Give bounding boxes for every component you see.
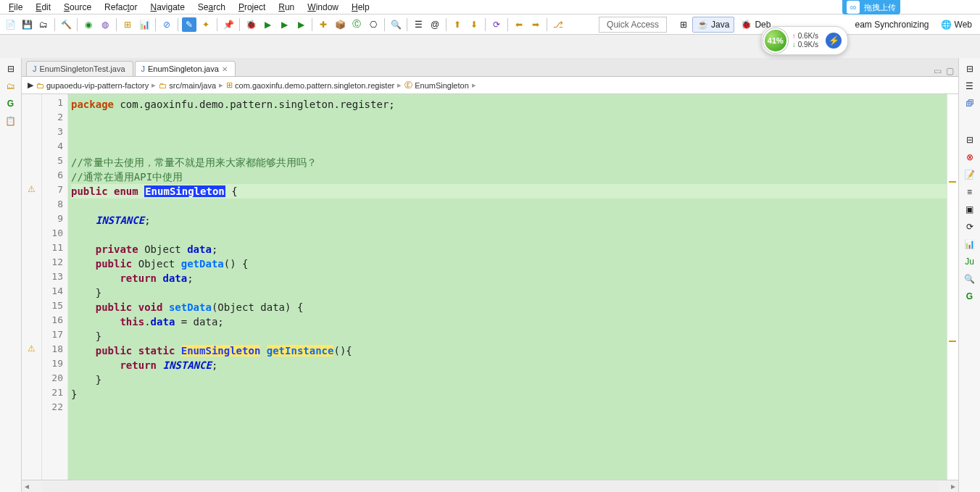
cpu-percent-label: 41% [768, 36, 784, 45]
line-number: 18 [42, 343, 63, 358]
problems-icon[interactable]: ⊗ [963, 151, 976, 164]
breadcrumb-src[interactable]: 🗀 src/main/java [159, 81, 216, 90]
menu-file[interactable]: File [3, 2, 28, 12]
new-server-icon[interactable]: ⎔ [366, 17, 381, 32]
editor-tab-1[interactable]: J EnumSingletonTest.java [26, 61, 133, 76]
coverage-view-icon[interactable]: 📊 [963, 238, 976, 251]
save-all-icon[interactable]: 🗂 [36, 17, 51, 32]
menu-navigate[interactable]: Navigate [144, 2, 190, 12]
line-number: 22 [42, 401, 63, 416]
menu-source[interactable]: Source [58, 2, 97, 12]
restore-right-icon[interactable]: ⊟ [963, 62, 976, 75]
open-type-icon[interactable]: ◉ [81, 17, 96, 32]
editor-area: J EnumSingletonTest.java J EnumSingleton… [22, 58, 958, 492]
menu-refactor[interactable]: Refactor [99, 2, 143, 12]
console-icon[interactable]: ▣ [963, 203, 976, 216]
close-tab-icon[interactable]: ✕ [222, 65, 228, 73]
project-icon: 🗀 [36, 81, 44, 90]
line-number: 19 [42, 358, 63, 372]
perspective-java[interactable]: ☕ Java [692, 17, 734, 33]
cloud-upload-widget[interactable]: ∞ 拖拽上传 [842, 0, 900, 14]
new-package-icon[interactable]: 📦 [333, 17, 347, 32]
pin-icon[interactable]: 📌 [221, 17, 236, 32]
net-speeds: ↑ 0.6K/s ↓ 0.9K/s [792, 32, 818, 49]
refresh-icon[interactable]: ⟳ [489, 17, 504, 32]
code-editor[interactable]: package com.gaoxinfu.demo.pattern.single… [68, 94, 947, 480]
task-list-icon[interactable]: ☰ [963, 80, 976, 93]
new-icon[interactable]: 📄 [3, 17, 17, 32]
toggle-mark-icon[interactable]: ☰ [411, 17, 425, 32]
menu-edit[interactable]: Edit [30, 2, 57, 12]
warning-marker-icon[interactable]: ⚠ [22, 343, 41, 358]
debug-icon[interactable]: 🐞 [244, 17, 258, 32]
prev-annotation-icon[interactable]: ⬆ [450, 17, 465, 32]
line-number: 12 [42, 257, 63, 271]
chevron-right-icon: ▸ [151, 80, 156, 90]
horizontal-scrollbar[interactable]: ◂ ▸ [22, 480, 958, 492]
skip-breakpoints-icon[interactable]: ⊘ [159, 17, 174, 32]
javadoc-icon[interactable]: 📝 [963, 168, 976, 181]
git-repo-icon[interactable]: G [963, 290, 976, 303]
search-view-icon[interactable]: 🔍 [963, 272, 976, 285]
package-explorer-icon[interactable]: 🗂 [4, 80, 17, 93]
wand2-icon[interactable]: ✦ [199, 17, 213, 32]
wand-icon[interactable]: ✎ [182, 17, 196, 32]
menu-window[interactable]: Window [302, 2, 344, 12]
maximize-view-icon[interactable]: ▢ [946, 66, 954, 76]
breadcrumb-class[interactable]: Ⓔ EnumSingleton [404, 80, 469, 91]
editor-tab-2[interactable]: J EnumSingleton.java ✕ [135, 61, 236, 76]
git-staging-icon[interactable]: G [4, 97, 17, 110]
globe-icon: 🌐 [941, 20, 952, 30]
warning-marker-icon[interactable]: ⚠ [22, 184, 41, 199]
perspective-team[interactable]: eam Synchronizing [850, 17, 934, 33]
annotation-icon[interactable]: @ [428, 17, 442, 32]
chevron-right-icon: ▸ [219, 80, 223, 90]
quick-access-input[interactable]: Quick Access [599, 17, 667, 33]
declaration-icon[interactable]: ≡ [963, 185, 976, 199]
java-cup-icon: ☕ [697, 20, 708, 30]
open-task-icon[interactable]: ◍ [98, 17, 112, 32]
marker-gutter: ⚠ ⚠ [22, 94, 42, 480]
breadcrumb-package-label: com.gaoxinfu.demo.pattern.singleton.regi… [235, 81, 394, 90]
search-icon[interactable]: 🔍 [389, 17, 403, 32]
minimize-view-icon[interactable]: ▭ [934, 66, 942, 76]
next-annotation-icon[interactable]: ⬇ [467, 17, 481, 32]
new-project-icon[interactable]: ✚ [316, 17, 331, 32]
overview-ruler[interactable] [947, 94, 958, 480]
coverage-run-icon[interactable]: ▶ [294, 17, 308, 32]
git-icon[interactable]: ⎇ [551, 17, 565, 32]
junit-icon[interactable]: Ju [963, 255, 976, 268]
build-icon[interactable]: 🔨 [59, 17, 73, 32]
run-icon[interactable]: ▶ [260, 17, 275, 32]
accelerate-icon[interactable]: ⚡ [826, 33, 842, 49]
folder-icon: 🗀 [159, 81, 167, 90]
menu-search[interactable]: Search [192, 2, 231, 12]
perspective-web-label: Web [955, 20, 972, 30]
line-number: 14 [42, 285, 63, 300]
perspective-icon[interactable]: ⊞ [120, 17, 135, 32]
clipboard-icon[interactable]: 📋 [4, 114, 17, 128]
upload-speed: ↑ 0.6K/s [792, 32, 818, 41]
coverage-icon[interactable]: 📊 [137, 17, 151, 32]
breadcrumb-project[interactable]: 🗀 gupaoedu-vip-pattern-factory [36, 81, 149, 90]
network-monitor-widget[interactable]: 41% ↑ 0.6K/s ↓ 0.9K/s ⚡ [761, 26, 848, 55]
package-icon: ⊞ [226, 80, 233, 90]
new-class-icon[interactable]: Ⓒ [349, 17, 364, 32]
scroll-right-icon[interactable]: ▸ [948, 481, 958, 491]
menu-help[interactable]: Help [346, 2, 375, 12]
breadcrumb-package[interactable]: ⊞ com.gaoxinfu.demo.pattern.singleton.re… [226, 80, 394, 90]
open-perspective-icon[interactable]: ⊞ [676, 17, 691, 32]
save-icon[interactable]: 💾 [20, 17, 34, 32]
perspective-web[interactable]: 🌐 Web [936, 17, 977, 33]
outline-icon[interactable]: 🗊 [963, 97, 976, 110]
restore-right2-icon[interactable]: ⊟ [963, 133, 976, 146]
menu-project[interactable]: Project [233, 2, 271, 12]
progress-icon[interactable]: ⟳ [963, 220, 976, 233]
restore-icon[interactable]: ⊟ [4, 62, 17, 75]
breadcrumb-toggle-icon[interactable]: ▶ [28, 80, 33, 90]
menu-run[interactable]: Run [273, 2, 300, 12]
back-icon[interactable]: ⬅ [512, 17, 526, 32]
scroll-left-icon[interactable]: ◂ [22, 481, 32, 491]
run-last-icon[interactable]: ▶ [277, 17, 291, 32]
forward-icon[interactable]: ➡ [528, 17, 543, 32]
